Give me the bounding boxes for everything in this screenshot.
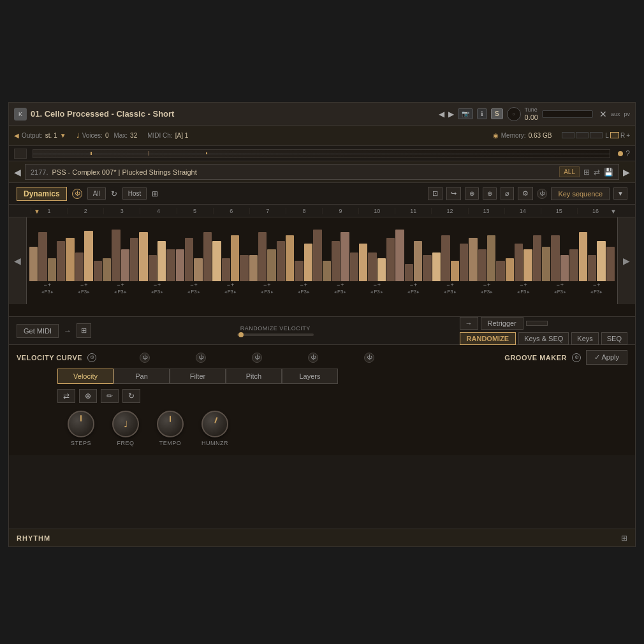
- bar-cell[interactable]: [496, 261, 504, 281]
- bar-group[interactable]: −+◂F3▸: [29, 220, 65, 302]
- close-button[interactable]: ✕: [599, 109, 607, 119]
- rhythm-expand[interactable]: ⊞: [621, 534, 627, 543]
- bar-cell[interactable]: [139, 232, 147, 281]
- preset-prev-button[interactable]: ◀: [14, 167, 21, 177]
- midi-export-button[interactable]: →: [64, 326, 71, 335]
- pitch-power[interactable]: ⏻: [285, 353, 341, 363]
- note-prev[interactable]: ◂: [517, 289, 520, 295]
- steps-knob[interactable]: [68, 411, 94, 437]
- info-button[interactable]: ℹ: [477, 108, 487, 119]
- note-prev[interactable]: ◂: [114, 289, 117, 295]
- bar-minus[interactable]: −: [337, 282, 340, 288]
- groove-maker-settings[interactable]: ⚙: [572, 353, 581, 362]
- bar-plus[interactable]: +: [231, 282, 234, 288]
- bar-cell[interactable]: [323, 261, 331, 281]
- help-button[interactable]: ?: [626, 149, 630, 158]
- bar-cell[interactable]: [395, 230, 404, 281]
- bar-cell[interactable]: [313, 230, 321, 281]
- bar-group[interactable]: −+◂F3▸: [103, 220, 138, 302]
- bar-minus[interactable]: −: [117, 282, 120, 288]
- bar-cell[interactable]: [515, 244, 523, 281]
- note-next[interactable]: ▸: [381, 289, 383, 295]
- bar-group[interactable]: −+◂F3▸: [212, 220, 248, 302]
- bar-cell[interactable]: [166, 249, 175, 281]
- note-prev[interactable]: ◂: [370, 289, 373, 295]
- bar-cell[interactable]: [203, 232, 212, 281]
- apply-button[interactable]: ✓ Apply: [586, 350, 627, 365]
- s-button[interactable]: S: [491, 108, 503, 119]
- bar-cell[interactable]: [38, 232, 47, 281]
- layers-power[interactable]: ⏻: [341, 353, 397, 363]
- note-next[interactable]: ▸: [600, 289, 603, 295]
- bar-minus[interactable]: −: [300, 282, 304, 288]
- get-midi-button[interactable]: Get MIDI: [17, 324, 59, 338]
- bar-plus[interactable]: +: [157, 282, 161, 288]
- bar-plus[interactable]: +: [487, 282, 490, 288]
- inactive-btn[interactable]: [526, 321, 548, 326]
- note-next[interactable]: ▸: [198, 289, 200, 295]
- bar-group[interactable]: −+◂F3▸: [542, 220, 578, 302]
- randomize-slider[interactable]: [237, 333, 314, 336]
- key-sequence-button[interactable]: Key sequence: [551, 187, 610, 200]
- bar-cell[interactable]: [149, 255, 157, 281]
- refresh-icon[interactable]: ↻: [111, 189, 117, 198]
- bar-minus[interactable]: −: [80, 282, 84, 288]
- bar-cell[interactable]: [258, 232, 267, 281]
- note-next[interactable]: ▸: [87, 289, 90, 295]
- arrow-btn[interactable]: →: [460, 317, 478, 330]
- bar-cell[interactable]: [194, 258, 202, 281]
- pan-power[interactable]: ⏻: [173, 353, 229, 363]
- note-prev[interactable]: ◂: [78, 289, 80, 295]
- bar-cell[interactable]: [451, 261, 459, 281]
- tool-swing[interactable]: ⚙: [518, 187, 533, 200]
- camera-button[interactable]: 📷: [458, 108, 473, 119]
- bar-plus[interactable]: +: [597, 282, 600, 288]
- bar-cell[interactable]: [523, 249, 532, 281]
- node-edit-tool[interactable]: ⊕: [79, 389, 97, 403]
- bar-cell[interactable]: [414, 241, 422, 281]
- bar-cell[interactable]: [560, 255, 569, 281]
- bar-plus[interactable]: +: [84, 282, 87, 288]
- bar-plus[interactable]: +: [48, 282, 51, 288]
- bar-minus[interactable]: −: [263, 282, 267, 288]
- bar-group[interactable]: −+◂F3▸: [176, 220, 212, 302]
- bar-cell[interactable]: [48, 258, 56, 281]
- note-prev[interactable]: ◂: [444, 289, 446, 295]
- bar-cell[interactable]: [386, 238, 395, 281]
- preset-grid-view[interactable]: ⊞: [583, 168, 590, 177]
- tab-filter[interactable]: Filter: [170, 369, 226, 384]
- reset-tool[interactable]: ↻: [122, 389, 140, 403]
- bar-plus[interactable]: +: [523, 282, 527, 288]
- tool-node-in[interactable]: ⊕: [465, 187, 479, 200]
- tool-morph[interactable]: ⌀: [501, 187, 514, 200]
- bar-cell[interactable]: [460, 244, 468, 281]
- bar-cell[interactable]: [368, 252, 376, 281]
- bar-cell[interactable]: [569, 249, 578, 281]
- bar-minus[interactable]: −: [410, 282, 413, 288]
- bar-cell[interactable]: [377, 258, 386, 281]
- bar-cell[interactable]: [359, 244, 367, 281]
- velocity-curve-settings[interactable]: ⚙: [87, 353, 96, 362]
- all-button[interactable]: All: [87, 187, 106, 200]
- tab-pan[interactable]: Pan: [113, 369, 170, 384]
- bar-cell[interactable]: [506, 258, 514, 281]
- seq-button[interactable]: SEQ: [601, 332, 627, 345]
- note-prev[interactable]: ◂: [187, 289, 190, 295]
- bar-group[interactable]: −+◂F3▸: [469, 220, 504, 302]
- bar-cell[interactable]: [350, 252, 358, 281]
- bar-minus[interactable]: −: [520, 282, 523, 288]
- randomize-button[interactable]: RANDOMIZE: [460, 332, 516, 345]
- bar-group[interactable]: −+◂F3▸: [139, 220, 175, 302]
- note-prev[interactable]: ◂: [481, 289, 483, 295]
- note-prev[interactable]: ◂: [41, 289, 44, 295]
- grid-icon[interactable]: ⊞: [152, 189, 158, 198]
- bar-cell[interactable]: [267, 249, 275, 281]
- note-prev[interactable]: ◂: [407, 289, 410, 295]
- note-next[interactable]: ▸: [527, 289, 530, 295]
- bar-cell[interactable]: [332, 241, 340, 281]
- tool-crop[interactable]: ⊡: [428, 187, 443, 200]
- dynamics-power[interactable]: ⏻: [72, 189, 82, 199]
- bar-plus[interactable]: +: [377, 282, 381, 288]
- note-next[interactable]: ▸: [417, 289, 420, 295]
- note-prev[interactable]: ◂: [261, 289, 263, 295]
